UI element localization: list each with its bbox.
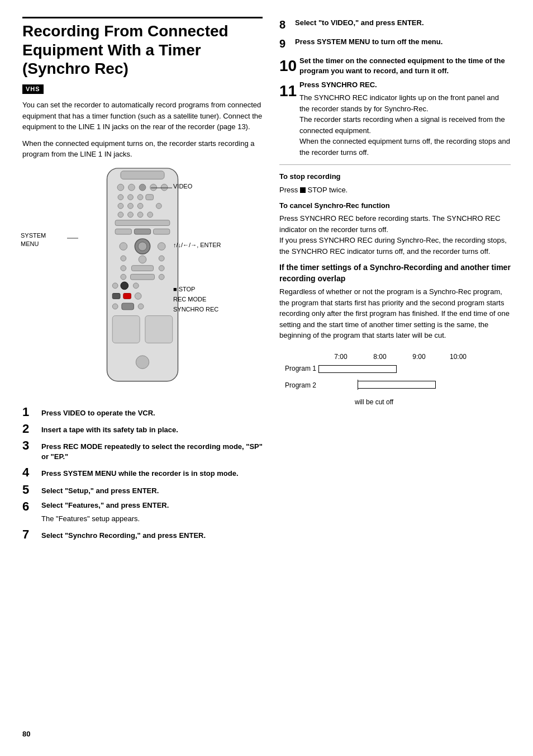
- step-10-number: 10: [279, 55, 299, 77]
- svg-point-6: [161, 184, 168, 191]
- steps-left: 1 Press VIDEO to operate the VCR. 2 Inse…: [22, 406, 263, 541]
- step-7: 7 Select "Synchro Recording," and press …: [22, 528, 263, 541]
- svg-point-12: [128, 203, 134, 209]
- timeline-header-700: 7:00: [321, 352, 360, 362]
- to-cancel-title: To cancel Synchro-Rec function: [279, 201, 511, 211]
- svg-point-13: [137, 203, 143, 209]
- svg-point-4: [139, 184, 146, 191]
- timeline-program1-bar: [318, 365, 397, 373]
- timeline-program2-row: Program 2: [285, 380, 511, 392]
- if-timer-title: If the timer settings of a Synchro-Recor…: [279, 262, 511, 284]
- timeline-program2-label: Program 2: [285, 381, 318, 390]
- svg-point-35: [159, 274, 164, 280]
- step-6-subtext: The "Features" setup appears.: [41, 512, 169, 524]
- step-8-number: 8: [279, 17, 295, 32]
- to-stop-title: To stop recording: [279, 172, 511, 182]
- step-9-number: 9: [279, 36, 295, 51]
- svg-rect-45: [112, 315, 140, 343]
- step-5-number: 5: [22, 484, 39, 496]
- timeline-program1-row: Program 1: [285, 364, 511, 374]
- svg-point-15: [118, 212, 123, 218]
- svg-point-27: [121, 256, 126, 261]
- step-5-text: Select "Setup," and press ENTER.: [41, 484, 159, 496]
- svg-point-33: [121, 274, 126, 280]
- step-10-text: Set the timer on the connected equipment…: [299, 55, 511, 76]
- svg-point-17: [137, 212, 143, 218]
- svg-point-32: [159, 265, 164, 271]
- to-stop-recording-section: To stop recording Press STOP twice.: [279, 172, 511, 195]
- timeline-header-800: 8:00: [360, 352, 399, 362]
- svg-point-25: [138, 242, 147, 251]
- svg-point-36: [112, 283, 118, 289]
- step-3-text: Press REC MODE repeatedly to select the …: [41, 440, 263, 462]
- to-stop-body: Press STOP twice.: [279, 185, 511, 196]
- step-2-text: Insert a tape with its safety tab in pla…: [41, 423, 178, 435]
- svg-point-7: [118, 194, 123, 200]
- step-8: 8 Select "to VIDEO," and press ENTER.: [279, 17, 511, 32]
- svg-point-28: [139, 256, 146, 263]
- svg-point-18: [147, 212, 153, 218]
- timeline-header-900: 9:00: [399, 352, 439, 362]
- svg-point-30: [121, 265, 126, 271]
- step-3-number: 3: [22, 440, 39, 452]
- steps-right: 8 Select "to VIDEO," and press ENTER. 9 …: [279, 17, 511, 158]
- remote-diagram: [92, 166, 193, 400]
- step-6-text: Select "Features," and press ENTER.: [41, 499, 169, 509]
- svg-rect-21: [134, 229, 150, 234]
- timeline-cut-line: [358, 380, 358, 390]
- step-5: 5 Select "Setup," and press ENTER.: [22, 484, 263, 496]
- if-timer-body: Regardless of whether or not the program…: [279, 286, 511, 341]
- svg-rect-39: [112, 293, 120, 299]
- svg-point-8: [128, 194, 134, 200]
- svg-point-3: [129, 184, 135, 191]
- intro-para-2: When the connected equipment turns on, t…: [22, 138, 263, 160]
- vhs-badge: VHS: [22, 84, 44, 94]
- svg-point-41: [135, 292, 141, 299]
- svg-point-14: [156, 203, 161, 209]
- divider-1: [279, 164, 511, 165]
- step-9-text: Press SYSTEM MENU to turn off the menu.: [295, 36, 442, 47]
- svg-point-5: [150, 184, 157, 191]
- svg-rect-43: [122, 303, 134, 310]
- if-timer-section: If the timer settings of a Synchro-Recor…: [279, 262, 511, 341]
- svg-rect-22: [154, 229, 170, 234]
- svg-rect-10: [146, 194, 154, 200]
- step-7-number: 7: [22, 528, 39, 541]
- step-10: 10 Set the timer on the connected equipm…: [279, 55, 511, 77]
- page-number: 80: [22, 729, 30, 739]
- step-11-text: Press SYNCHRO REC.: [299, 79, 377, 89]
- svg-rect-1: [121, 171, 164, 179]
- svg-rect-20: [115, 229, 131, 234]
- step-1-number: 1: [22, 406, 39, 418]
- step-6: 6 Select "Features," and press ENTER. Th…: [22, 500, 263, 524]
- svg-rect-40: [123, 293, 131, 299]
- svg-point-23: [120, 242, 127, 250]
- svg-point-26: [158, 242, 165, 250]
- svg-rect-19: [115, 220, 170, 225]
- svg-point-47: [136, 356, 149, 368]
- step-4-text: Press SYSTEM MENU while the recorder is …: [41, 466, 239, 479]
- svg-point-9: [137, 194, 143, 200]
- step-8-text: Select "to VIDEO," and press ENTER.: [295, 17, 424, 28]
- svg-point-16: [128, 212, 134, 218]
- intro-para-1: You can set the recorder to automaticall…: [22, 100, 263, 133]
- step-11-body: The SYNCHRO REC indicator lights up on t…: [299, 92, 511, 158]
- step-9: 9 Press SYSTEM MENU to turn off the menu…: [279, 36, 511, 51]
- step-3: 3 Press REC MODE repeatedly to select th…: [22, 440, 263, 462]
- step-4-number: 4: [22, 466, 39, 479]
- to-cancel-section: To cancel Synchro-Rec function Press SYN…: [279, 201, 511, 257]
- to-cancel-body: Press SYNCHRO REC before recording start…: [279, 213, 511, 257]
- svg-point-11: [118, 203, 123, 209]
- step-11: 11 Press SYNCHRO REC. The SYNCHRO REC in…: [279, 80, 511, 158]
- step-4: 4 Press SYSTEM MENU while the recorder i…: [22, 466, 263, 479]
- step-7-text: Select "Synchro Recording," and press EN…: [41, 528, 206, 541]
- svg-point-37: [121, 282, 129, 290]
- svg-rect-34: [131, 274, 155, 280]
- step-11-number: 11: [279, 80, 299, 102]
- svg-point-44: [138, 304, 144, 309]
- page-title: Recording From Connected Equipment With …: [22, 22, 263, 78]
- timeline-will-be-cut: will be cut off: [355, 398, 511, 407]
- step-6-number: 6: [22, 500, 39, 513]
- step-1: 1 Press VIDEO to operate the VCR.: [22, 406, 263, 418]
- svg-rect-46: [145, 315, 173, 343]
